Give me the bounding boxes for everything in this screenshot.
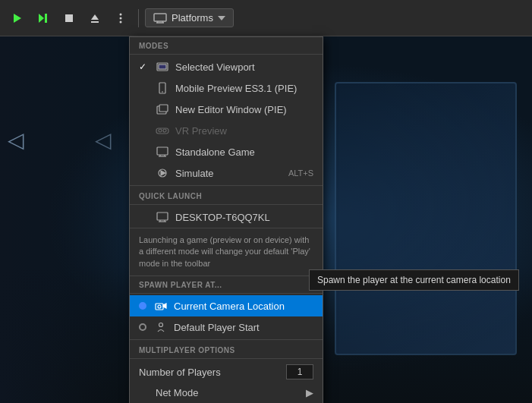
svg-point-21 — [159, 129, 162, 132]
step-button[interactable] — [32, 7, 55, 30]
spawn-player-section-label: SPAWN PLAYER AT... — [130, 276, 323, 291]
menu-item-net-mode[interactable]: Net Mode ▶ — [130, 383, 323, 402]
svg-point-6 — [120, 13, 122, 15]
menu-item-default-player[interactable]: Default Player Start — [130, 316, 323, 338]
svg-marker-4 — [91, 14, 99, 20]
viewport-structure — [335, 82, 517, 355]
check-selected-viewport: ✓ — [139, 61, 150, 72]
sep-4 — [130, 293, 323, 294]
radio-current-camera — [139, 302, 146, 310]
svg-marker-28 — [161, 171, 165, 175]
svg-rect-5 — [91, 21, 99, 23]
more-options-button[interactable] — [109, 7, 132, 30]
menu-item-simulate[interactable]: Simulate ALT+S — [130, 162, 323, 184]
stop-button[interactable] — [58, 7, 80, 30]
num-players-input[interactable] — [286, 364, 313, 379]
sep-3 — [130, 204, 323, 205]
net-mode-arrow: ▶ — [306, 387, 313, 398]
svg-rect-3 — [65, 14, 73, 22]
toolbar-separator — [138, 9, 139, 27]
new-editor-window-label: New Editor Window (PIE) — [175, 104, 313, 115]
mobile-icon — [156, 81, 169, 95]
svg-point-8 — [120, 20, 122, 23]
viewport-arrow-1: ◁ — [8, 128, 24, 153]
menu-item-desktop[interactable]: DESKTOP-T6QQ7KL — [130, 206, 323, 228]
main-toolbar: Platforms — [0, 0, 532, 36]
svg-rect-33 — [156, 304, 163, 310]
svg-marker-13 — [218, 16, 225, 20]
viewport-icon — [156, 60, 169, 74]
simulate-shortcut: ALT+S — [288, 168, 313, 178]
num-players-row: Number of Players — [130, 360, 323, 383]
multiplayer-section-label: MULTIPLAYER OPTIONS — [130, 342, 323, 357]
sep-6 — [130, 358, 323, 359]
vr-preview-label: VR Preview — [175, 125, 313, 137]
viewport-arrow-2: ◁ — [95, 128, 112, 153]
menu-item-standalone-game[interactable]: Standalone Game — [130, 141, 323, 162]
sep-1 — [130, 54, 323, 55]
svg-marker-0 — [14, 14, 21, 23]
svg-point-36 — [159, 323, 163, 327]
platforms-button[interactable]: Platforms — [145, 8, 234, 27]
modes-section-label: MODES — [130, 37, 323, 52]
quick-launch-section-label: QUICK LAUNCH — [130, 187, 323, 203]
svg-rect-2 — [45, 14, 47, 23]
platforms-label: Platforms — [172, 12, 213, 24]
svg-marker-1 — [39, 14, 44, 23]
standalone-game-label: Standalone Game — [175, 146, 313, 158]
simulate-label: Simulate — [175, 168, 282, 179]
player-start-icon — [154, 320, 168, 334]
menu-item-new-editor-window[interactable]: New Editor Window (PIE) — [130, 99, 323, 120]
camera-icon — [154, 299, 168, 313]
vr-icon — [156, 124, 169, 137]
svg-marker-34 — [163, 304, 166, 308]
platforms-dropdown: MODES ✓ Selected Viewport Mobile Preview… — [129, 36, 323, 403]
svg-point-35 — [158, 305, 161, 308]
mobile-preview-label: Mobile Preview ES3.1 (PIE) — [175, 83, 313, 94]
new-window-icon — [156, 102, 169, 116]
selected-viewport-label: Selected Viewport — [175, 61, 313, 73]
radio-default-player — [139, 323, 146, 331]
simulate-icon — [156, 166, 169, 180]
svg-rect-15 — [159, 65, 166, 69]
current-camera-label: Current Camera Location — [174, 301, 313, 312]
tooltip-text: Spawn the player at the current camera l… — [317, 275, 511, 285]
eject-button[interactable] — [83, 7, 106, 30]
svg-rect-23 — [157, 147, 168, 155]
viewport-wall — [0, 36, 121, 403]
svg-rect-9 — [154, 14, 166, 21]
info-text: Launching a game (preview or on device) … — [130, 228, 323, 276]
desktop-icon — [156, 210, 169, 224]
menu-item-vr-preview: VR Preview — [130, 120, 323, 141]
svg-rect-19 — [159, 105, 168, 112]
sep-2 — [130, 185, 323, 186]
menu-item-current-camera[interactable]: Current Camera Location — [130, 295, 323, 316]
desktop-label: DESKTOP-T6QQ7KL — [175, 212, 313, 223]
svg-point-22 — [163, 129, 166, 132]
standalone-icon — [156, 145, 169, 159]
menu-item-selected-viewport[interactable]: ✓ Selected Viewport — [130, 56, 323, 77]
play-button[interactable] — [6, 7, 29, 30]
menu-item-mobile-preview[interactable]: Mobile Preview ES3.1 (PIE) — [130, 77, 323, 99]
default-player-label: Default Player Start — [174, 322, 313, 333]
sep-5 — [130, 339, 323, 340]
svg-rect-29 — [157, 213, 168, 220]
num-players-label: Number of Players — [139, 367, 286, 378]
svg-rect-20 — [156, 128, 168, 134]
svg-point-7 — [120, 17, 122, 19]
spawn-tooltip: Spawn the player at the current camera l… — [309, 269, 519, 291]
net-mode-label: Net Mode — [156, 387, 300, 398]
